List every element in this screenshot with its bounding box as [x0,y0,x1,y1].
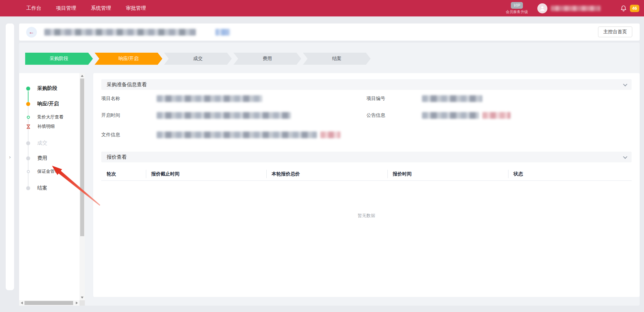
ring-upcoming-icon [19,170,37,173]
scroll-right-icon[interactable] [76,302,78,304]
field-label: 项目编号 [367,96,422,102]
sidebar-item-label: 保证金管理 [37,168,59,174]
column-round-total-price: 本轮报价总价 [266,167,387,180]
sidebar-item-label: 补填明细 [37,123,55,129]
field-file-info: 文件信息 [101,132,632,138]
stage-progress-bar: 采购阶段 响应/开启 成交 费用 结案 [25,53,371,65]
stage-step-fee[interactable]: 费用 [233,53,301,65]
sidebar-item-label: 响应/开启 [37,101,59,107]
section-title: 采购准备信息查看 [107,82,147,88]
sidebar-collapse-strip[interactable]: › [6,23,14,290]
vertical-scroll-thumb[interactable] [80,79,84,236]
top-nav: 工作台 项目管理 系统管理 审批管理 VIP 会员服务升级 [0,0,644,16]
nav-item-workbench[interactable]: 工作台 [26,5,41,11]
sidebar-horizontal-scrollbar[interactable] [19,300,79,306]
quote-section-header[interactable]: 报价查看 [101,152,632,162]
quote-table-header: 轮次 报价截止时间 本轮报价总价 报价时间 状态 [101,167,632,181]
vip-caption: 会员服务升级 [506,9,528,14]
stage-sidebar: 采购阶段 响应/开启 竞价大厅查看 补填明细 [19,73,85,306]
notification-count-badge: 46 [630,5,639,12]
console-home-button[interactable]: 主控台首页 [598,27,632,37]
stage-timeline: 采购阶段 响应/开启 竞价大厅查看 补填明细 [19,73,79,300]
sidebar-vertical-scrollbar[interactable] [79,73,85,300]
prep-field-row: 开启时间 公告信息 [101,112,632,119]
step-dot-done-icon [19,87,37,91]
sidebar-item-close[interactable]: 结案 [19,185,79,191]
vip-upgrade-link[interactable]: VIP 会员服务升级 [506,2,528,14]
sidebar-item-bidding-hall[interactable]: 竞价大厅查看 [19,114,79,120]
app-root: 工作台 项目管理 系统管理 审批管理 VIP 会员服务升级 [0,0,644,312]
chevron-down-icon[interactable] [623,154,628,159]
ring-active-icon [19,116,37,119]
sidebar-item-label: 费用 [37,155,47,161]
project-number-redacted [422,95,482,102]
stage-step-deal[interactable]: 成交 [164,53,232,65]
field-label: 开启时间 [101,112,157,118]
status-tag-redacted [215,29,230,36]
field-label: 公告信息 [367,112,422,118]
nav-item-approval-management[interactable]: 审批管理 [126,5,146,11]
user-icon [539,5,545,11]
sidebar-item-label: 成交 [37,140,47,146]
empty-data-text: 暂无数据 [101,181,632,258]
field-project-name: 项目名称 [101,95,367,102]
step-dot-disabled-icon [19,141,37,145]
announcement-redacted [422,112,479,119]
prep-field-row: 文件信息 [101,132,632,138]
chevron-down-icon[interactable] [623,82,628,86]
sidebar-item-fee[interactable]: 费用 [19,155,79,161]
scroll-down-icon[interactable] [81,297,84,299]
field-label: 项目名称 [101,96,157,102]
field-label: 文件信息 [101,132,157,138]
scroll-left-icon[interactable] [21,302,23,304]
field-announcement-info: 公告信息 [367,112,632,119]
avatar[interactable] [537,3,547,13]
sidebar-item-label: 采购阶段 [37,85,57,92]
hourglass-icon [19,124,37,129]
stage-step-response-open[interactable]: 响应/开启 [95,53,162,65]
stage-step-close[interactable]: 结案 [303,53,371,65]
bell-icon [620,5,627,12]
field-project-number: 项目编号 [367,95,632,102]
sidebar-item-response-open[interactable]: 响应/开启 [19,101,79,107]
top-nav-right: VIP 会员服务升级 46 [506,0,644,16]
prep-info-section-header[interactable]: 采购准备信息查看 [101,79,632,90]
project-title-redacted [44,29,196,36]
notification-bell-button[interactable] [620,5,627,12]
vip-icon: VIP [511,2,523,9]
nav-item-system-management[interactable]: 系统管理 [91,5,111,11]
file-link-redacted[interactable] [320,132,340,138]
scrollbar-corner [79,300,85,306]
sidebar-item-deposit-management[interactable]: 保证金管理 [19,168,79,174]
step-dot-upcoming-icon [19,186,37,190]
sidebar-item-fill-detail[interactable]: 补填明细 [19,123,79,129]
column-round: 轮次 [101,167,146,180]
content-wrapper: 采购阶段 响应/开启 成交 费用 结案 采购阶段 响应/开启 [19,43,640,306]
sidebar-item-label: 竞价大厅查看 [37,114,63,120]
announcement-link-redacted[interactable] [482,112,511,119]
stage-step-procurement[interactable]: 采购阶段 [25,53,93,65]
chevron-right-icon: › [9,154,11,160]
prep-field-row: 项目名称 项目编号 [101,95,632,102]
main-panel: 采购准备信息查看 项目名称 项目编号 开启时间 公 [93,73,640,297]
scroll-up-icon[interactable] [81,75,84,77]
sidebar-item-label: 结案 [37,185,47,191]
nav-item-project-management[interactable]: 项目管理 [56,5,76,11]
open-time-redacted [157,112,291,119]
column-quote-time: 报价时间 [387,167,508,180]
back-arrow-icon: ← [29,29,35,36]
step-dot-current-icon [19,102,37,106]
file-info-redacted [157,132,317,138]
top-nav-menu: 工作台 项目管理 系统管理 审批管理 [0,5,146,11]
sidebar-item-procurement[interactable]: 采购阶段 [19,85,79,92]
back-button[interactable]: ← [26,27,37,38]
project-name-redacted [157,95,262,102]
quote-table: 轮次 报价截止时间 本轮报价总价 报价时间 状态 暂无数据 [101,167,632,258]
column-quote-deadline: 报价截止时间 [146,167,266,180]
horizontal-scroll-thumb[interactable] [24,301,73,305]
username-redacted[interactable] [551,6,600,11]
section-title: 报价查看 [107,154,127,160]
page-header: ← 主控台首页 [19,23,640,41]
sidebar-item-deal[interactable]: 成交 [19,140,79,146]
step-dot-upcoming-icon [19,156,37,160]
